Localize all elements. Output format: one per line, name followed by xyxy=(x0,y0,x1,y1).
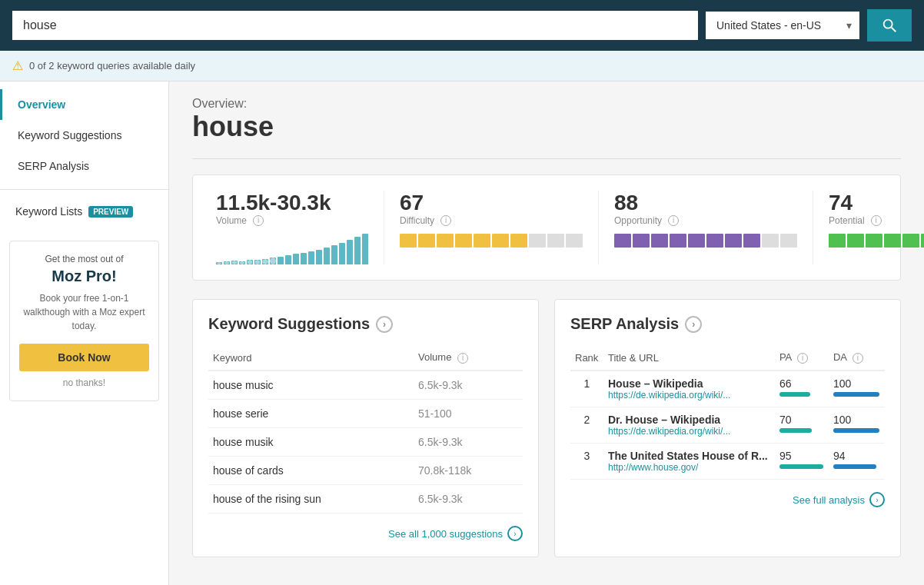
table-row: house of cards 70.8k-118k xyxy=(208,457,523,485)
potential-info-icon[interactable]: i xyxy=(871,215,882,226)
serp-title: House – Wikipedia xyxy=(608,377,770,390)
warning-icon: ⚠ xyxy=(12,58,23,73)
serp-da-bar xyxy=(833,428,879,433)
stat-volume: 11.5k-30.3k Volume i xyxy=(216,191,384,264)
no-thanks-link[interactable]: no thanks! xyxy=(19,377,149,388)
serp-da-score: 94 xyxy=(833,450,880,462)
opportunity-info-icon[interactable]: i xyxy=(668,215,679,226)
serp-pa-bar xyxy=(779,464,823,469)
see-full-text: See full analysis xyxy=(793,494,865,506)
sidebar-item-serp-analysis[interactable]: SERP Analysis xyxy=(0,151,168,181)
serp-pa-score: 70 xyxy=(779,414,824,426)
bar-segment xyxy=(455,234,472,248)
keyword-suggestions-title: Keyword Suggestions › xyxy=(208,315,523,333)
serp-cell-da: 100 xyxy=(829,407,885,444)
see-all-link[interactable]: See all 1,000 suggestions › xyxy=(208,526,523,541)
serp-title: The United States House of R... xyxy=(608,450,770,462)
serp-title: Dr. House – Wikipedia xyxy=(608,414,770,426)
volume-bar-seg xyxy=(362,234,368,264)
volume-bar-seg xyxy=(308,251,314,264)
stat-potential-label: Potential i xyxy=(829,215,924,226)
stats-row: 11.5k-30.3k Volume i 67 Difficulty i 88 xyxy=(192,175,901,281)
keyword-lists-label: Keyword Lists xyxy=(15,205,82,218)
serp-cell-rank: 2 xyxy=(570,407,603,444)
serp-da-info-icon[interactable]: i xyxy=(853,353,863,364)
volume-bar-seg xyxy=(270,258,276,264)
book-now-button[interactable]: Book Now xyxy=(19,344,149,371)
overview-keyword: house xyxy=(192,111,901,143)
serp-url[interactable]: https://de.wikipedia.org/wiki/... xyxy=(608,426,770,437)
bar-segment xyxy=(688,234,705,248)
bar-segment xyxy=(743,234,760,248)
search-button[interactable] xyxy=(867,9,912,42)
keyword-suggestions-nav-icon[interactable]: › xyxy=(376,316,393,333)
serp-pa-info-icon[interactable]: i xyxy=(797,353,808,364)
kw-cell-volume: 70.8k-118k xyxy=(414,457,523,485)
warning-text: 0 of 2 keyword queries available daily xyxy=(29,60,195,71)
volume-info-icon[interactable]: i xyxy=(253,215,264,226)
difficulty-info-icon[interactable]: i xyxy=(440,215,451,226)
kw-cell-volume: 6.5k-9.3k xyxy=(414,371,523,400)
geo-select[interactable]: United States - en-US United Kingdom - e… xyxy=(706,12,859,39)
sidebar-keyword-lists[interactable]: Keyword Lists PREVIEW xyxy=(0,198,168,225)
volume-bar-seg xyxy=(262,259,268,264)
difficulty-bar xyxy=(400,234,583,248)
table-row: house music 6.5k-9.3k xyxy=(208,371,523,400)
serp-analysis-panel: SERP Analysis › Rank Title & URL PA i xyxy=(554,299,901,557)
sidebar: Overview Keyword Suggestions SERP Analys… xyxy=(0,81,169,585)
serp-pa-bar xyxy=(779,392,810,397)
bar-segment xyxy=(547,234,564,248)
panels-row: Keyword Suggestions › Keyword Volume i xyxy=(192,299,901,557)
volume-bar-seg xyxy=(254,260,261,264)
see-all-text: See all 1,000 suggestions xyxy=(388,528,503,540)
volume-bar-seg xyxy=(301,253,307,264)
volume-bar-seg xyxy=(216,262,222,264)
serp-col-rank: Rank xyxy=(570,345,603,371)
search-input[interactable] xyxy=(12,11,698,40)
stat-difficulty-number: 67 xyxy=(400,191,583,215)
volume-bar-seg xyxy=(339,243,345,264)
serp-da-score: 100 xyxy=(833,414,880,426)
serp-da-score: 100 xyxy=(833,377,880,390)
bar-segment xyxy=(921,234,924,248)
serp-url[interactable]: http://www.house.gov/ xyxy=(608,462,770,473)
serp-col-title: Title & URL xyxy=(603,345,775,371)
bar-segment xyxy=(884,234,901,248)
volume-bar-seg xyxy=(247,260,253,264)
geo-select-wrap: United States - en-US United Kingdom - e… xyxy=(706,12,859,39)
kw-volume-info-icon[interactable]: i xyxy=(457,353,468,364)
serp-cell-title-url: The United States House of R... http://w… xyxy=(603,444,775,480)
volume-bar-seg xyxy=(224,261,230,264)
search-icon xyxy=(881,17,898,34)
keyword-table: Keyword Volume i house music 6.5k-9.3k h… xyxy=(208,345,523,514)
sidebar-item-keyword-suggestions[interactable]: Keyword Suggestions xyxy=(0,120,168,151)
serp-da-bar xyxy=(833,464,876,469)
volume-bar-seg xyxy=(331,245,337,264)
header: United States - en-US United Kingdom - e… xyxy=(0,0,924,51)
table-row: 1 House – Wikipedia https://de.wikipedia… xyxy=(570,371,885,407)
serp-pa-score: 66 xyxy=(779,377,824,390)
bar-segment xyxy=(829,234,846,248)
sidebar-nav: Overview Keyword Suggestions SERP Analys… xyxy=(0,81,168,181)
bar-segment xyxy=(866,234,882,248)
serp-url[interactable]: https://de.wikipedia.org/wiki/... xyxy=(608,390,770,401)
promo-moz-pro: Moz Pro! xyxy=(19,268,149,285)
volume-bar-seg xyxy=(316,250,322,264)
bar-segment xyxy=(418,234,435,248)
warning-bar: ⚠ 0 of 2 keyword queries available daily xyxy=(0,51,924,81)
see-full-analysis-link[interactable]: See full analysis › xyxy=(570,492,885,507)
svg-point-0 xyxy=(884,20,892,28)
sidebar-item-overview[interactable]: Overview xyxy=(0,89,168,120)
stat-opportunity: 88 Opportunity i xyxy=(598,191,813,264)
serp-cell-da: 100 xyxy=(829,371,885,407)
bar-segment xyxy=(614,234,631,248)
volume-bar-seg xyxy=(293,254,299,264)
serp-nav-icon[interactable]: › xyxy=(685,316,702,333)
volume-bar-seg xyxy=(285,255,291,264)
keyword-suggestions-panel: Keyword Suggestions › Keyword Volume i xyxy=(192,299,539,557)
volume-bar-seg xyxy=(239,261,245,264)
table-row: house musik 6.5k-9.3k xyxy=(208,428,523,457)
sidebar-divider xyxy=(0,189,168,190)
table-row: 2 Dr. House – Wikipedia https://de.wikip… xyxy=(570,407,885,444)
bar-segment xyxy=(651,234,668,248)
